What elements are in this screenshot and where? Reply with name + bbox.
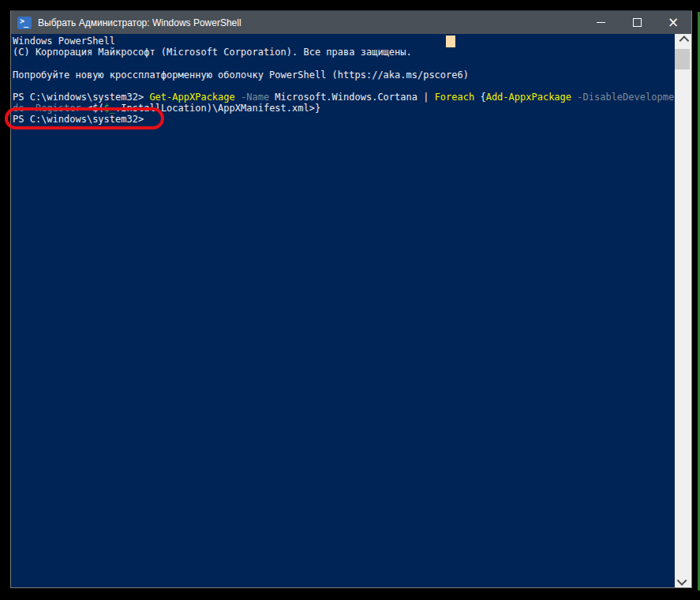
close-button[interactable]: × [655,11,691,34]
terminal-text-segment: Get-AppXPackage [149,92,234,103]
terminal-text-segment: -Name [241,92,269,103]
window-controls: × [582,11,691,34]
chevron-up-icon [679,36,690,46]
scroll-up-button[interactable] [675,34,691,47]
terminal-text-segment: Попробуйте новую кроссплатформенную обол… [13,69,469,81]
terminal-output[interactable]: Windows PowerShell(C) Корпорация Майкрос… [11,34,691,587]
terminal-text-segment: PS C:\windows\system32> [13,92,149,103]
terminal-line: Windows PowerShell [13,36,115,47]
terminal-text-segment: { [474,92,485,103]
terminal-text-segment: de [13,103,24,114]
scroll-down-button[interactable] [675,574,691,587]
terminal-line: Попробуйте новую кроссплатформенную обол… [13,69,469,81]
terminal-line: (C) Корпорация Майкрософт (Microsoft Cor… [13,47,412,58]
beige-highlight-marker [446,36,455,47]
maximize-icon [633,18,642,27]
terminal-text-segment: Foreach [435,92,475,103]
terminal-text-segment: -Register [30,103,81,114]
powershell-icon[interactable]: > _ [17,17,32,29]
minimize-button[interactable] [582,11,619,34]
terminal-text-segment: Microsoft.Windows.Cortana | [269,92,435,103]
terminal-line: de -Register <$($_.InstallLocation)\AppX… [13,103,320,114]
terminal-line: PS C:\windows\system32> [13,114,144,125]
title-bar[interactable]: > _ Выбрать Администратор: Windows Power… [11,11,691,34]
window-title: Выбрать Администратор: Windows PowerShel… [38,17,241,28]
close-icon: × [668,16,679,29]
terminal-text-segment [24,103,29,114]
terminal-text-segment: (C) Корпорация Майкрософт (Microsoft Cor… [13,47,412,58]
terminal-text-segment: PS C:\windows\system32> [13,114,144,125]
terminal-text-segment [235,92,241,103]
desktop-background: { "window": { "title": "Выбрать Админист… [0,0,700,600]
powershell-window: > _ Выбрать Администратор: Windows Power… [10,10,692,588]
minimize-icon [597,22,605,23]
terminal-text-segment: .InstallLocation)\AppXManifest.xml>} [115,103,320,114]
powershell-icon-underscore: _ [24,18,28,27]
maximize-button[interactable] [619,11,655,34]
terminal-text-segment: $_ [104,103,115,114]
terminal-text-segment: <$( [81,103,104,114]
terminal-text-segment: Add-AppxPackage [486,92,571,103]
vertical-scrollbar[interactable] [675,34,691,587]
terminal-text-segment: Windows PowerShell [13,36,115,47]
terminal-line: PS C:\windows\system32> Get-AppXPackage … [13,92,691,103]
scrollbar-thumb[interactable] [675,49,690,69]
chevron-down-icon [677,576,687,586]
